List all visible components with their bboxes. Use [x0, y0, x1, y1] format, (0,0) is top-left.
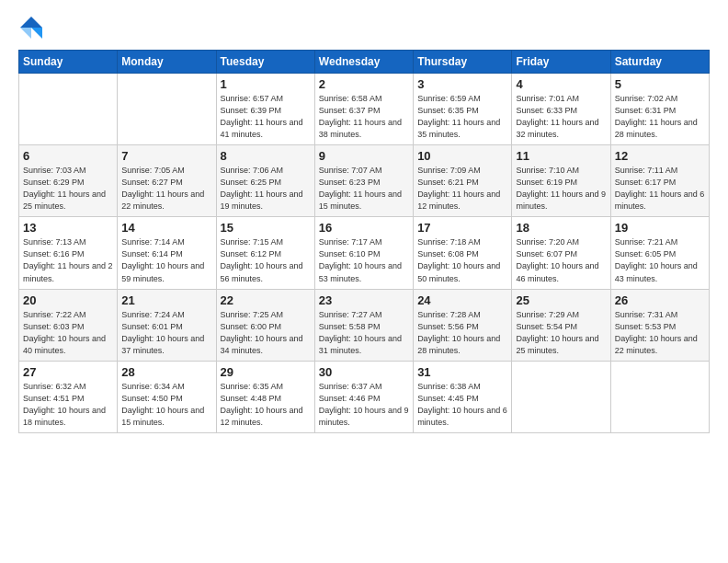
day-info: Sunrise: 7:09 AMSunset: 6:21 PMDaylight:…	[417, 165, 507, 213]
day-info: Sunrise: 6:34 AMSunset: 4:50 PMDaylight:…	[121, 381, 211, 429]
day-number: 28	[121, 365, 211, 379]
day-number: 18	[516, 221, 606, 235]
day-info: Sunrise: 7:03 AMSunset: 6:29 PMDaylight:…	[23, 165, 113, 213]
calendar-cell: 25Sunrise: 7:29 AMSunset: 5:54 PMDayligh…	[512, 289, 610, 361]
svg-marker-2	[20, 28, 31, 39]
day-number: 25	[516, 293, 606, 307]
day-number: 15	[221, 221, 311, 235]
calendar-cell: 24Sunrise: 7:28 AMSunset: 5:56 PMDayligh…	[414, 289, 512, 361]
day-number: 11	[516, 149, 606, 163]
day-number: 14	[121, 221, 211, 235]
day-number: 23	[319, 293, 409, 307]
calendar-week-row: 20Sunrise: 7:22 AMSunset: 6:03 PMDayligh…	[19, 289, 710, 361]
day-info: Sunrise: 7:28 AMSunset: 5:56 PMDaylight:…	[417, 309, 507, 357]
calendar-cell: 3Sunrise: 6:59 AMSunset: 6:35 PMDaylight…	[414, 74, 512, 145]
calendar-day-header: Wednesday	[314, 51, 413, 74]
calendar-table: SundayMondayTuesdayWednesdayThursdayFrid…	[18, 50, 710, 433]
calendar-cell: 29Sunrise: 6:35 AMSunset: 4:48 PMDayligh…	[216, 361, 314, 432]
day-number: 26	[615, 293, 705, 307]
day-number: 2	[319, 77, 409, 91]
day-info: Sunrise: 6:35 AMSunset: 4:48 PMDaylight:…	[221, 381, 311, 429]
calendar-cell	[512, 361, 610, 432]
logo-icon	[18, 15, 44, 40]
calendar-cell: 27Sunrise: 6:32 AMSunset: 4:51 PMDayligh…	[19, 361, 118, 432]
day-number: 8	[221, 149, 311, 163]
calendar-cell: 1Sunrise: 6:57 AMSunset: 6:39 PMDaylight…	[216, 74, 314, 145]
svg-marker-0	[20, 17, 42, 28]
day-info: Sunrise: 7:31 AMSunset: 5:53 PMDaylight:…	[615, 309, 705, 357]
day-number: 13	[23, 221, 113, 235]
calendar-cell: 2Sunrise: 6:58 AMSunset: 6:37 PMDaylight…	[314, 74, 413, 145]
day-number: 9	[319, 149, 409, 163]
day-number: 27	[23, 365, 113, 379]
day-info: Sunrise: 6:38 AMSunset: 4:45 PMDaylight:…	[417, 381, 507, 429]
calendar-cell: 10Sunrise: 7:09 AMSunset: 6:21 PMDayligh…	[414, 145, 512, 217]
calendar-day-header: Sunday	[19, 51, 118, 74]
calendar-cell: 30Sunrise: 6:37 AMSunset: 4:46 PMDayligh…	[314, 361, 413, 432]
day-info: Sunrise: 7:07 AMSunset: 6:23 PMDaylight:…	[319, 165, 409, 213]
header-row	[18, 15, 710, 40]
calendar-cell: 7Sunrise: 7:05 AMSunset: 6:27 PMDaylight…	[118, 145, 216, 217]
calendar-cell: 18Sunrise: 7:20 AMSunset: 6:07 PMDayligh…	[512, 217, 610, 289]
calendar-week-row: 1Sunrise: 6:57 AMSunset: 6:39 PMDaylight…	[19, 74, 710, 145]
day-number: 20	[23, 293, 113, 307]
day-number: 21	[121, 293, 211, 307]
calendar-cell: 17Sunrise: 7:18 AMSunset: 6:08 PMDayligh…	[414, 217, 512, 289]
day-number: 19	[615, 221, 705, 235]
day-number: 22	[221, 293, 311, 307]
day-info: Sunrise: 7:27 AMSunset: 5:58 PMDaylight:…	[319, 309, 409, 357]
page-container: SundayMondayTuesdayWednesdayThursdayFrid…	[0, 0, 728, 442]
day-number: 4	[516, 77, 606, 91]
calendar-day-header: Thursday	[414, 51, 512, 74]
day-info: Sunrise: 6:57 AMSunset: 6:39 PMDaylight:…	[221, 93, 311, 141]
calendar-header-row: SundayMondayTuesdayWednesdayThursdayFrid…	[19, 51, 710, 74]
day-info: Sunrise: 7:25 AMSunset: 6:00 PMDaylight:…	[221, 309, 311, 357]
calendar-cell	[19, 74, 118, 145]
calendar-cell: 20Sunrise: 7:22 AMSunset: 6:03 PMDayligh…	[19, 289, 118, 361]
calendar-cell: 5Sunrise: 7:02 AMSunset: 6:31 PMDaylight…	[610, 74, 709, 145]
calendar-week-row: 6Sunrise: 7:03 AMSunset: 6:29 PMDaylight…	[19, 145, 710, 217]
day-number: 3	[417, 77, 507, 91]
day-info: Sunrise: 7:01 AMSunset: 6:33 PMDaylight:…	[516, 93, 606, 141]
day-info: Sunrise: 7:20 AMSunset: 6:07 PMDaylight:…	[516, 236, 606, 284]
day-number: 1	[221, 77, 311, 91]
day-info: Sunrise: 6:58 AMSunset: 6:37 PMDaylight:…	[319, 93, 409, 141]
day-number: 30	[319, 365, 409, 379]
calendar-day-header: Monday	[118, 51, 216, 74]
calendar-cell	[118, 74, 216, 145]
day-number: 16	[319, 221, 409, 235]
calendar-cell: 6Sunrise: 7:03 AMSunset: 6:29 PMDaylight…	[19, 145, 118, 217]
calendar-cell: 11Sunrise: 7:10 AMSunset: 6:19 PMDayligh…	[512, 145, 610, 217]
day-info: Sunrise: 6:59 AMSunset: 6:35 PMDaylight:…	[417, 93, 507, 141]
day-info: Sunrise: 6:32 AMSunset: 4:51 PMDaylight:…	[23, 381, 113, 429]
day-number: 6	[23, 149, 113, 163]
day-number: 24	[417, 293, 507, 307]
calendar-cell: 15Sunrise: 7:15 AMSunset: 6:12 PMDayligh…	[216, 217, 314, 289]
calendar-cell: 14Sunrise: 7:14 AMSunset: 6:14 PMDayligh…	[118, 217, 216, 289]
day-info: Sunrise: 7:21 AMSunset: 6:05 PMDaylight:…	[615, 236, 705, 284]
calendar-day-header: Tuesday	[216, 51, 314, 74]
calendar-cell: 8Sunrise: 7:06 AMSunset: 6:25 PMDaylight…	[216, 145, 314, 217]
day-info: Sunrise: 7:06 AMSunset: 6:25 PMDaylight:…	[221, 165, 311, 213]
calendar-cell	[610, 361, 709, 432]
day-info: Sunrise: 7:18 AMSunset: 6:08 PMDaylight:…	[417, 236, 507, 284]
day-info: Sunrise: 7:14 AMSunset: 6:14 PMDaylight:…	[121, 236, 211, 284]
day-info: Sunrise: 7:15 AMSunset: 6:12 PMDaylight:…	[221, 236, 311, 284]
calendar-week-row: 13Sunrise: 7:13 AMSunset: 6:16 PMDayligh…	[19, 217, 710, 289]
day-number: 7	[121, 149, 211, 163]
calendar-day-header: Friday	[512, 51, 610, 74]
calendar-cell: 31Sunrise: 6:38 AMSunset: 4:45 PMDayligh…	[414, 361, 512, 432]
logo	[18, 15, 48, 40]
calendar-cell: 22Sunrise: 7:25 AMSunset: 6:00 PMDayligh…	[216, 289, 314, 361]
day-number: 5	[615, 77, 705, 91]
calendar-cell: 9Sunrise: 7:07 AMSunset: 6:23 PMDaylight…	[314, 145, 413, 217]
day-info: Sunrise: 7:29 AMSunset: 5:54 PMDaylight:…	[516, 309, 606, 357]
calendar-cell: 4Sunrise: 7:01 AMSunset: 6:33 PMDaylight…	[512, 74, 610, 145]
calendar-cell: 23Sunrise: 7:27 AMSunset: 5:58 PMDayligh…	[314, 289, 413, 361]
day-number: 31	[417, 365, 507, 379]
calendar-cell: 21Sunrise: 7:24 AMSunset: 6:01 PMDayligh…	[118, 289, 216, 361]
day-info: Sunrise: 7:05 AMSunset: 6:27 PMDaylight:…	[121, 165, 211, 213]
calendar-cell: 28Sunrise: 6:34 AMSunset: 4:50 PMDayligh…	[118, 361, 216, 432]
calendar-week-row: 27Sunrise: 6:32 AMSunset: 4:51 PMDayligh…	[19, 361, 710, 432]
day-info: Sunrise: 7:17 AMSunset: 6:10 PMDaylight:…	[319, 236, 409, 284]
